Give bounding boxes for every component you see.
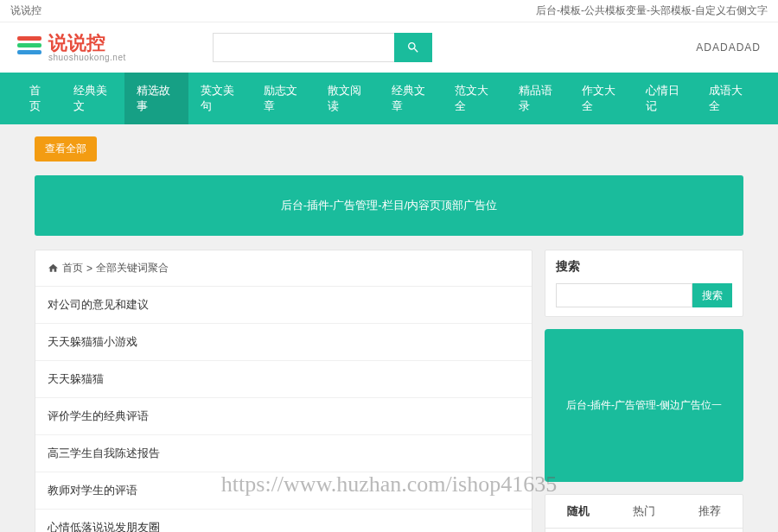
nav-item[interactable]: 散文阅读	[316, 73, 379, 124]
breadcrumb-sep: >	[86, 263, 92, 275]
sidebar-ad[interactable]: 后台-插件-广告管理-侧边广告位一	[545, 329, 743, 482]
list-item[interactable]: 教师对学生的评语	[35, 472, 532, 510]
nav-item[interactable]: 心情日记	[634, 73, 698, 124]
topbar-left: 说说控	[10, 3, 41, 18]
content-list: 首页 > 全部关键词聚合 对公司的意见和建议天天躲猫猫小游戏天天躲猫猫评价学生的…	[35, 250, 532, 532]
breadcrumb-current: 全部关键词聚合	[96, 261, 169, 276]
nav-item[interactable]: 精选故事	[124, 73, 188, 124]
topbar-right: 后台-模板-公共模板变量-头部模板-自定义右侧文字	[536, 3, 768, 18]
logo-icon	[17, 36, 41, 59]
search-input[interactable]	[213, 33, 394, 62]
sidebar-tab[interactable]: 热门	[611, 495, 677, 528]
nav-item[interactable]: 经典美文	[61, 73, 125, 124]
sidebar-search-title: 搜索	[556, 259, 732, 275]
search-button[interactable]	[394, 33, 432, 62]
nav-item[interactable]: 经典文章	[379, 73, 443, 124]
header-search	[213, 33, 432, 62]
sidebar-search-input[interactable]	[556, 283, 692, 307]
nav-item[interactable]: 范文大全	[443, 73, 507, 124]
list-item[interactable]: 评价学生的经典评语	[35, 398, 532, 435]
nav-item[interactable]: 作文大全	[570, 73, 634, 124]
header-ad-text: ADADADAD	[696, 41, 761, 54]
sidebar-search-widget: 搜索 搜索	[545, 250, 743, 317]
nav-item[interactable]: 英文美句	[188, 73, 252, 124]
list-item[interactable]: 对公司的意见和建议	[35, 287, 532, 324]
banner-ad[interactable]: 后台-插件-广告管理-栏目/内容页顶部广告位	[35, 175, 743, 236]
logo-name: 说说控	[48, 34, 126, 53]
nav-item[interactable]: 精品语录	[507, 73, 571, 124]
list-item[interactable]: 心情低落说说发朋友圈	[35, 510, 532, 532]
nav-item[interactable]: 首页	[17, 73, 61, 124]
list-item[interactable]: 天天躲猫猫	[35, 361, 532, 398]
main-nav: 首页经典美文精选故事英文美句励志文章散文阅读经典文章范文大全精品语录作文大全心情…	[0, 73, 778, 124]
breadcrumb-home[interactable]: 首页	[62, 261, 83, 276]
sidebar-tabs-widget: 随机热门推荐 大足：“棠香·故事会” 别样开讲02-04疫情期间不能探视，FIC…	[545, 494, 743, 532]
site-logo[interactable]: 说说控 shuoshuokong.net	[17, 34, 126, 62]
sidebar-search-button[interactable]: 搜索	[692, 283, 732, 307]
breadcrumb: 首页 > 全部关键词聚合	[35, 250, 532, 287]
view-all-button[interactable]: 查看全部	[35, 136, 97, 162]
list-item[interactable]: 高三学生自我陈述报告	[35, 435, 532, 472]
nav-item[interactable]: 励志文章	[252, 73, 316, 124]
nav-item[interactable]: 成语大全	[697, 73, 761, 124]
logo-subtitle: shuoshuokong.net	[48, 53, 126, 62]
list-item[interactable]: 天天躲猫猫小游戏	[35, 324, 532, 361]
sidebar-tab[interactable]: 推荐	[677, 495, 743, 528]
search-icon	[406, 41, 420, 54]
sidebar-tab[interactable]: 随机	[545, 495, 611, 528]
home-icon	[48, 263, 59, 274]
